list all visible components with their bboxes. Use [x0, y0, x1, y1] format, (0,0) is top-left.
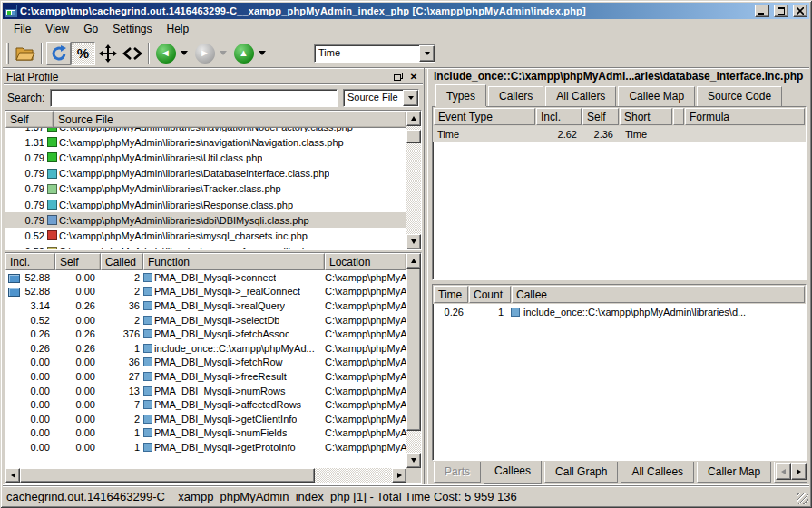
relative-percent-toggle[interactable]: % [71, 42, 95, 65]
detail-tabs: Types Callers All Callers Callee Map Sou… [432, 84, 807, 106]
menu-view[interactable]: View [38, 20, 76, 38]
column-header-incl[interactable]: Incl. [5, 253, 55, 270]
function-row[interactable]: 0.000.0013PMA_DBI_Mysqli->numRowsC:\xamp… [5, 384, 406, 398]
function-table-hscrollbar[interactable] [5, 468, 421, 483]
column-header-formula[interactable]: Formula [685, 108, 805, 125]
back-dropdown-caret[interactable] [181, 51, 188, 55]
scroll-left-button[interactable] [5, 468, 20, 483]
menu-go[interactable]: Go [76, 20, 105, 38]
source-file-row[interactable]: 0.79C:\xampp\phpMyAdmin\libraries\Respon… [5, 197, 406, 212]
menu-file[interactable]: File [6, 20, 38, 38]
function-row[interactable]: 3.140.2636PMA_DBI_Mysqli->realQueryC:\xa… [5, 298, 406, 313]
scroll-right-button[interactable] [392, 468, 406, 483]
source-file-row[interactable]: 0.79C:\xampp\phpMyAdmin\libraries\dbi\DB… [5, 212, 406, 228]
tab-caller-map[interactable]: Caller Map [697, 462, 771, 483]
function-row[interactable]: 0.000.001PMA_DBI_Mysqli->getProtoInfoC:\… [5, 440, 406, 454]
tab-all-callers[interactable]: All Callers [545, 86, 616, 106]
time-value: 0.26 [433, 307, 467, 318]
function-row[interactable]: 0.260.26376PMA_DBI_Mysqli->fetchAssocC:\… [5, 327, 406, 341]
up-button[interactable]: ▲ [231, 42, 256, 65]
function-row[interactable]: 0.000.007PMA_DBI_Mysqli->affectedRowsC:\… [5, 397, 406, 412]
open-file-button[interactable] [13, 42, 37, 65]
scrollbar-thumb[interactable] [406, 130, 421, 143]
column-header-incl[interactable]: Incl. [536, 108, 582, 125]
scrollbar-track[interactable] [406, 269, 421, 453]
function-row[interactable]: 52.880.002PMA_DBI_Mysqli->connectC:\xamp… [5, 270, 406, 285]
tab-all-callees[interactable]: All Callees [621, 462, 694, 483]
source-file-row[interactable]: 0.79C:\xampp\phpMyAdmin\libraries\Util.c… [5, 150, 406, 165]
search-row: Search: Source File [4, 84, 423, 110]
toolbar-grip[interactable] [6, 43, 9, 64]
tab-source-code[interactable]: Source Code [697, 86, 782, 106]
tab-call-graph[interactable]: Call Graph [544, 462, 618, 483]
source-list-vscrollbar[interactable] [406, 111, 421, 249]
function-row[interactable]: 0.000.0036PMA_DBI_Mysqli->fetchRowC:\xam… [5, 356, 406, 370]
scrollbar-track[interactable] [20, 468, 392, 483]
column-header-callee[interactable]: Callee [512, 286, 805, 303]
source-file-row[interactable]: 0.52C:\xampp\phpMyAdmin\libraries\mysql_… [5, 228, 406, 243]
function-row[interactable]: 0.260.261include_once::C:\xampp\phpMyAd.… [5, 341, 406, 356]
scrollbar-thumb[interactable] [406, 269, 421, 431]
column-header-spacer[interactable] [673, 108, 684, 125]
scrollbar-track[interactable] [406, 126, 421, 234]
up-icon: ▲ [234, 44, 254, 64]
forward-button[interactable]: ► [192, 42, 217, 65]
source-file-row[interactable]: 0.52C:\xampp\phpMyAdmin\libraries\user_p… [5, 244, 406, 250]
tabs-scroll-right-button[interactable] [791, 463, 807, 480]
column-header-short[interactable]: Short [620, 108, 672, 125]
scroll-down-button[interactable] [406, 234, 421, 249]
column-header-count[interactable]: Count [469, 286, 511, 303]
menu-settings[interactable]: Settings [105, 20, 159, 38]
column-header-event-type[interactable]: Event Type [434, 108, 535, 125]
tab-callers[interactable]: Callers [488, 86, 543, 106]
tab-types[interactable]: Types [435, 84, 486, 106]
function-table-vscrollbar[interactable] [406, 253, 421, 468]
function-row[interactable]: 52.880.002PMA_DBI_Mysqli->_realConnectC:… [5, 285, 406, 299]
column-header-source-file[interactable]: Source File [54, 111, 406, 128]
function-row[interactable]: 0.520.002PMA_DBI_Mysqli->selectDbC:\xamp… [5, 313, 406, 327]
source-file-row[interactable]: 0.79C:\xampp\phpMyAdmin\libraries\Databa… [5, 166, 406, 181]
scroll-down-button[interactable] [406, 453, 421, 468]
scroll-up-button[interactable] [406, 253, 421, 269]
source-file-row[interactable]: 0.79C:\xampp\phpMyAdmin\libraries\Tracke… [5, 181, 406, 197]
close-button[interactable] [793, 5, 807, 17]
source-file-path: C:\xampp\phpMyAdmin\libraries\Response.c… [59, 200, 293, 210]
search-input[interactable] [50, 89, 338, 107]
column-header-function[interactable]: Function [143, 253, 325, 270]
resize-grip[interactable] [797, 493, 808, 504]
function-row[interactable]: 0.000.0027PMA_DBI_Mysqli->freeResultC:\x… [5, 369, 406, 384]
callee-row[interactable]: 0.26 1 include_once::C:\xampp\phpMyAdmin… [433, 304, 806, 319]
tab-callees[interactable]: Callees [484, 461, 542, 484]
selected-function-title: include_once::C:\xampp\phpMyAdmi...aries… [432, 70, 807, 84]
up-dropdown-caret[interactable] [259, 51, 266, 55]
maximize-button[interactable] [774, 5, 788, 17]
menu-help[interactable]: Help [160, 20, 197, 38]
source-file-row[interactable]: 1.31C:\xampp\phpMyAdmin\libraries\naviga… [5, 134, 406, 150]
close-dock-button[interactable]: ✕ [407, 71, 420, 83]
column-header-self[interactable]: Self [55, 253, 101, 270]
column-header-location[interactable]: Location [325, 253, 406, 270]
column-header-self[interactable]: Self [5, 111, 54, 128]
float-dock-button[interactable] [392, 71, 405, 83]
function-row[interactable]: 0.000.002PMA_DBI_Mysqli->getClientInfoC:… [5, 412, 406, 426]
dock-move-button[interactable] [95, 42, 120, 65]
tab-callee-map[interactable]: Callee Map [618, 86, 695, 106]
combo-dropdown-button[interactable] [403, 90, 418, 106]
minimize-button[interactable] [755, 5, 769, 17]
called-value: 13 [101, 386, 143, 396]
event-type-row[interactable]: Time 2.62 2.36 Time [433, 126, 806, 142]
column-header-time[interactable]: Time [434, 286, 468, 303]
expand-collapse-button[interactable] [120, 42, 144, 65]
scroll-up-button[interactable] [406, 111, 421, 126]
event-type-combo[interactable]: Time [314, 44, 435, 63]
function-row[interactable]: 0.000.001PMA_DBI_Mysqli->numFieldsC:\xam… [5, 426, 406, 441]
column-header-called[interactable]: Called [101, 253, 143, 270]
combo-dropdown-button[interactable] [419, 45, 435, 62]
grouping-combo[interactable]: Source File [343, 89, 419, 107]
reload-button[interactable] [46, 42, 71, 65]
column-header-self[interactable]: Self [582, 108, 619, 125]
source-file-row[interactable]: 1.37C:\xampp\phpMyAdmin\libraries\naviga… [5, 128, 406, 134]
back-button[interactable]: ◄ [153, 42, 178, 65]
titlebar[interactable]: C:\xampp\tmp\cachegrind.out.1416463299-C… [3, 3, 809, 19]
scrollbar-thumb[interactable] [20, 468, 315, 483]
